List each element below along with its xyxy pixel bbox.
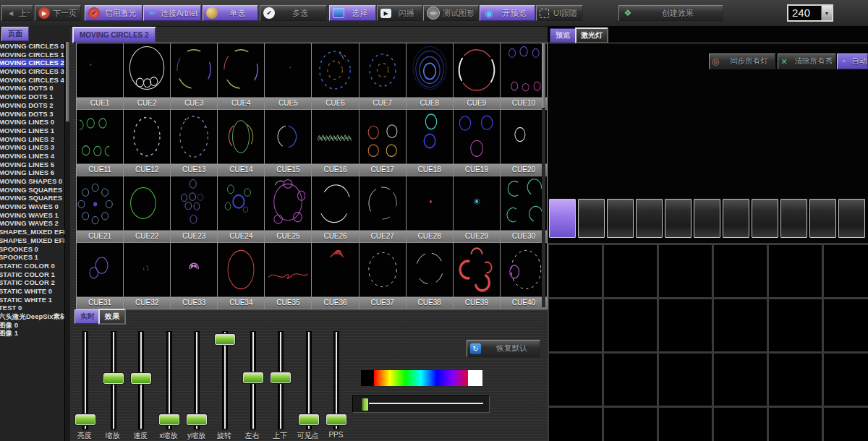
sidebar-scrollbar[interactable] bbox=[64, 42, 70, 441]
sidebar-item[interactable]: MOVING CIRCLES 4 bbox=[0, 76, 65, 85]
colorbar-black-segment[interactable] bbox=[361, 370, 374, 386]
sidebar-item[interactable]: MOVING CIRCLES 3 bbox=[0, 67, 65, 76]
fixture-cell[interactable] bbox=[780, 199, 807, 238]
sidebar-item[interactable]: MOVING WAVES 2 bbox=[0, 219, 65, 228]
sidebar-item[interactable]: MOVING SQUARES 1 bbox=[0, 194, 65, 202]
fixture-cell[interactable] bbox=[607, 199, 634, 238]
grid-cell[interactable] bbox=[549, 245, 602, 297]
toolbar-button-screen[interactable]: 选择 bbox=[329, 5, 376, 21]
cue-cell[interactable]: CUE39 bbox=[454, 243, 500, 309]
slider-knob[interactable] bbox=[271, 372, 291, 383]
fixture-cell[interactable] bbox=[549, 199, 576, 238]
toolbar-button-effect[interactable]: ❖创建效果 bbox=[618, 5, 723, 21]
cue-cell[interactable]: CUE28 bbox=[407, 176, 453, 242]
grid-cell[interactable] bbox=[824, 408, 868, 441]
sidebar-item[interactable]: MOVING WAVES 0 bbox=[0, 202, 65, 211]
toolbar-button-prev[interactable]: ◀上一页 bbox=[1, 5, 33, 21]
toolbar-button-artnet[interactable]: ✒连接Artnet bbox=[143, 5, 201, 21]
sidebar-item[interactable]: MOVING LINES 2 bbox=[0, 135, 65, 144]
grid-cell[interactable] bbox=[659, 354, 712, 406]
sidebar-item[interactable]: STATIC COLOR 0 bbox=[0, 262, 65, 270]
cue-cell[interactable]: CUE30 bbox=[501, 176, 547, 242]
button-sync[interactable]: ◎同步所有灯 bbox=[709, 53, 775, 69]
sidebar-item[interactable]: MOVING LINES 6 bbox=[0, 168, 65, 177]
fixture-cell[interactable] bbox=[636, 199, 663, 238]
slider-knob[interactable] bbox=[361, 398, 369, 411]
colorbar-white-segment[interactable] bbox=[468, 370, 482, 386]
toolbar-button-laser[interactable]: ✔启用激光 bbox=[85, 5, 142, 21]
sidebar-item[interactable]: STATIC WHITE 0 bbox=[0, 287, 65, 296]
grid-cell[interactable] bbox=[714, 245, 767, 297]
toolbar-button-test[interactable]: TEST测试图形 bbox=[423, 5, 479, 21]
cue-cell[interactable]: CUE7 bbox=[359, 43, 406, 109]
fixture-cell[interactable] bbox=[665, 199, 692, 238]
grid-cell[interactable] bbox=[824, 354, 868, 406]
sidebar-item[interactable]: SPOOKES 0 bbox=[0, 245, 65, 254]
color-position-slider[interactable] bbox=[352, 395, 490, 413]
slider-knob[interactable] bbox=[75, 414, 95, 425]
cue-cell[interactable]: CUE9 bbox=[454, 43, 500, 109]
color-gradient-bar[interactable] bbox=[361, 370, 482, 386]
fixture-cell[interactable] bbox=[694, 199, 720, 238]
fixture-cell[interactable] bbox=[578, 199, 605, 238]
toolbar-button-eye[interactable]: ◉开预览 bbox=[480, 5, 535, 21]
toolbar-button-single[interactable]: 单选 bbox=[203, 5, 258, 21]
cue-cell[interactable]: CUE10 bbox=[501, 43, 547, 109]
sidebar-item[interactable]: SHAPES_MIXED EFFEC bbox=[0, 228, 65, 236]
cue-cell[interactable]: CUE38 bbox=[407, 243, 453, 309]
sidebar-item[interactable]: MOVING LINES 0 bbox=[0, 118, 65, 127]
cue-grid-scrollbar[interactable] bbox=[542, 43, 545, 307]
chevron-down-icon[interactable]: ▼ bbox=[821, 6, 832, 20]
sidebar-item[interactable]: MOVING DOTS 0 bbox=[0, 84, 65, 93]
grid-cell[interactable] bbox=[604, 245, 657, 297]
colorbar-rainbow-segment[interactable] bbox=[374, 370, 468, 386]
scrollbar-thumb[interactable] bbox=[542, 43, 545, 108]
sidebar-item[interactable]: MOVING DOTS 1 bbox=[0, 93, 65, 101]
grid-cell[interactable] bbox=[659, 299, 712, 351]
grid-cell[interactable] bbox=[769, 408, 822, 441]
cue-cell[interactable]: CUE8 bbox=[407, 43, 453, 109]
grid-cell[interactable] bbox=[714, 299, 767, 351]
fixture-cell[interactable] bbox=[723, 199, 749, 238]
grid-cell[interactable] bbox=[604, 354, 657, 406]
grid-cell[interactable] bbox=[769, 354, 822, 406]
sidebar-item[interactable]: MOVING LINES 4 bbox=[0, 152, 65, 160]
slider-knob[interactable] bbox=[131, 373, 151, 384]
button-clear[interactable]: ✕清除所有秀 bbox=[778, 53, 836, 69]
cue-cell[interactable]: CUE20 bbox=[501, 110, 547, 176]
cue-cell[interactable]: CUE40 bbox=[501, 243, 547, 309]
fixture-cell[interactable] bbox=[809, 199, 836, 238]
toolbar-button-frame[interactable]: UI跟随 bbox=[536, 5, 583, 21]
slider-knob[interactable] bbox=[187, 414, 207, 425]
slider-knob[interactable] bbox=[243, 372, 263, 383]
sidebar-item[interactable]: MOVING LINES 1 bbox=[0, 127, 65, 135]
sidebar-item[interactable]: STATIC COLOR 1 bbox=[0, 270, 65, 279]
grid-cell[interactable] bbox=[659, 408, 712, 441]
sidebar-item[interactable]: MOVING SQUARES 0 bbox=[0, 186, 65, 194]
sidebar-item[interactable]: STATIC COLOR 2 bbox=[0, 278, 65, 287]
toolbar-button-next[interactable]: ▶下一页 bbox=[35, 5, 81, 21]
grid-cell[interactable] bbox=[824, 245, 868, 297]
sidebar-item[interactable]: SPOOKES 1 bbox=[0, 253, 65, 262]
slider-knob[interactable] bbox=[326, 414, 346, 425]
toolbar-button-check[interactable]: ✔多选 bbox=[260, 5, 327, 21]
grid-cell[interactable] bbox=[714, 354, 767, 406]
restore-defaults-button[interactable]: ↻ 恢复默认 bbox=[467, 340, 540, 357]
grid-cell[interactable] bbox=[824, 299, 868, 351]
scrollbar-thumb[interactable] bbox=[66, 42, 69, 121]
tab-pages[interactable]: 页面 bbox=[1, 27, 29, 41]
sidebar-item[interactable]: MOVING DOTS 2 bbox=[0, 101, 65, 110]
sidebar-item[interactable]: MOVING LINES 5 bbox=[0, 160, 65, 169]
sidebar-item[interactable]: MOVING WAVES 1 bbox=[0, 211, 65, 220]
fixture-cell[interactable] bbox=[838, 199, 865, 238]
tab-laser-fixtures[interactable]: 激光灯 bbox=[575, 27, 608, 43]
grid-cell[interactable] bbox=[769, 245, 822, 297]
fixture-cell[interactable] bbox=[752, 199, 778, 238]
cue-cell[interactable]: CUE18 bbox=[407, 110, 453, 176]
grid-cell[interactable] bbox=[659, 245, 712, 297]
grid-cell[interactable] bbox=[549, 299, 602, 351]
grid-cell[interactable] bbox=[604, 299, 657, 351]
sidebar-item[interactable]: SHAPES_MIXED EFFEC bbox=[0, 236, 65, 245]
cue-cell[interactable]: CUE29 bbox=[454, 176, 500, 242]
sidebar-item[interactable]: TEST 0 bbox=[0, 304, 65, 312]
